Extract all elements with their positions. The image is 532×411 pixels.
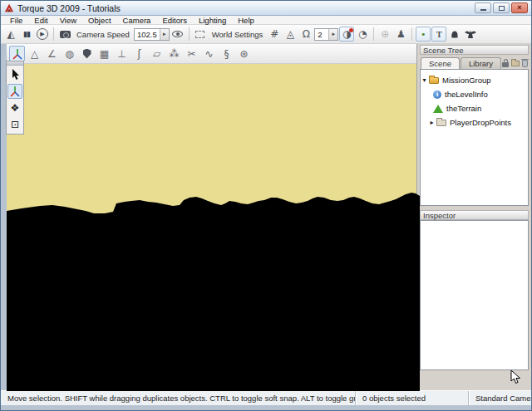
maximize-button[interactable] bbox=[493, 2, 510, 13]
mesh-tool[interactable]: ✂ bbox=[184, 46, 200, 61]
camera-button[interactable] bbox=[57, 27, 72, 42]
status-message: Move selection. SHIFT while dragging dup… bbox=[1, 391, 355, 405]
terrain-snap-button[interactable]: ◬ bbox=[283, 27, 298, 42]
particle-editor-tool[interactable]: ʃ bbox=[131, 46, 147, 61]
snap-size-spinner: 2 ▸ bbox=[314, 28, 338, 41]
select-tool-button[interactable] bbox=[7, 67, 22, 82]
object-editor-tool[interactable] bbox=[9, 46, 25, 61]
decal-editor-tool[interactable]: ▱ bbox=[149, 46, 165, 61]
menu-camera[interactable]: Camera bbox=[117, 16, 157, 25]
text-overlay-icon: T bbox=[436, 30, 442, 39]
gizmo-axes-icon bbox=[12, 48, 23, 60]
window-frame-bottom bbox=[1, 405, 531, 410]
close-button[interactable]: × bbox=[511, 2, 528, 13]
inspector-header: Inspector bbox=[420, 210, 529, 220]
menu-help[interactable]: Help bbox=[232, 16, 260, 25]
magnet-snap-button[interactable]: Ω bbox=[298, 27, 313, 42]
scene-environment-icon[interactable]: ◭ bbox=[3, 27, 18, 42]
tree-item-label[interactable]: MissionGroup bbox=[442, 76, 491, 85]
drop-camera-at-player-button[interactable] bbox=[447, 27, 462, 42]
forest-editor-tool[interactable]: ⊛ bbox=[236, 46, 252, 61]
terrain-editor-tool[interactable]: △ bbox=[27, 46, 42, 61]
palette-grip[interactable] bbox=[7, 61, 23, 66]
soft-snap-badge bbox=[349, 28, 353, 32]
menu-editors[interactable]: Editors bbox=[156, 16, 193, 25]
viewport-column: △ ∠ ◍ ▦ ⊥ ʃ ▱ ⁂ ✂ ∿ § ⊛ bbox=[7, 44, 416, 390]
lock-icon[interactable] bbox=[502, 62, 509, 67]
zoom-in-button[interactable]: ⊕ bbox=[377, 27, 392, 42]
soft-snap-toggle[interactable]: ◑ bbox=[339, 27, 354, 42]
material-editor-tool[interactable]: ◍ bbox=[62, 46, 77, 61]
scene-tree-actions bbox=[502, 59, 528, 69]
maximize-icon bbox=[499, 6, 505, 11]
gui-editor-tool[interactable]: ▦ bbox=[96, 46, 112, 61]
move-tool-button[interactable]: ❖ bbox=[7, 100, 22, 115]
camera-speed-spinner: 102.5 ▸ bbox=[134, 28, 170, 41]
tool-palette: ❖ ⊡ bbox=[6, 61, 24, 135]
play-button[interactable]: ▶ bbox=[35, 27, 50, 42]
menu-view[interactable]: View bbox=[54, 16, 82, 25]
menu-lighting[interactable]: Lighting bbox=[193, 16, 232, 25]
move-icon: ❖ bbox=[11, 102, 20, 114]
cursor-arrow-icon bbox=[10, 69, 20, 81]
tree-row-missiongroup[interactable]: ▾ MissionGroup bbox=[421, 73, 528, 87]
tab-library[interactable]: Library bbox=[461, 57, 501, 69]
levelinfo-icon: i bbox=[433, 91, 441, 99]
minimize-button[interactable] bbox=[475, 2, 491, 13]
text-overlay-toggle[interactable]: T bbox=[431, 27, 446, 42]
camera-speed-dropdown-icon[interactable]: ▸ bbox=[160, 29, 169, 40]
app-window: Torque 3D 2009 - Tutorials × File Edit V… bbox=[0, 0, 532, 411]
gizmo-tool-button[interactable] bbox=[7, 84, 22, 99]
grid-snap-button[interactable]: # bbox=[267, 27, 282, 42]
inspector-panel[interactable] bbox=[420, 220, 529, 370]
road-editor-tool[interactable]: § bbox=[219, 46, 234, 61]
menu-edit[interactable]: Edit bbox=[28, 16, 53, 25]
selection-bounds-icon bbox=[195, 31, 204, 38]
terrain-painter-tool[interactable]: ∠ bbox=[44, 46, 60, 61]
pause-icon: ▮▮ bbox=[23, 30, 30, 38]
visibility-button[interactable] bbox=[170, 27, 185, 42]
viewport-3d[interactable]: ❖ ⊡ bbox=[7, 64, 416, 390]
torque-logo-icon bbox=[4, 3, 14, 13]
shield-icon bbox=[83, 49, 91, 59]
bird-spread-icon bbox=[464, 28, 477, 40]
folder-icon[interactable] bbox=[511, 61, 520, 66]
menu-bar: File Edit View Object Camera Editors Lig… bbox=[1, 16, 531, 25]
toolbar-separator bbox=[373, 27, 374, 41]
menu-object[interactable]: Object bbox=[82, 16, 116, 25]
scene-tree-list: ▾ MissionGroup i theLevelInfo theTerrain bbox=[420, 69, 529, 206]
snap-size-value[interactable]: 2 bbox=[315, 29, 328, 40]
expander-closed-icon[interactable]: ▸ bbox=[428, 119, 436, 126]
menu-file[interactable]: File bbox=[4, 16, 28, 25]
pause-button[interactable]: ▮▮ bbox=[19, 27, 34, 42]
close-icon: × bbox=[517, 4, 521, 12]
shape-editor-tool[interactable] bbox=[79, 46, 95, 61]
eye-icon bbox=[172, 31, 183, 37]
title-bar[interactable]: Torque 3D 2009 - Tutorials × bbox=[1, 1, 531, 16]
drop-player-button[interactable]: ♟ bbox=[393, 27, 408, 42]
selection-bounds-button[interactable] bbox=[193, 27, 208, 42]
river-editor-tool[interactable]: ∿ bbox=[201, 46, 217, 61]
scale-tool-button[interactable]: ⊡ bbox=[7, 117, 22, 132]
tree-item-label[interactable]: PlayerDropPoints bbox=[450, 118, 511, 127]
tree-item-label[interactable]: theLevelInfo bbox=[445, 90, 488, 99]
datablock-editor-tool[interactable]: ⊥ bbox=[114, 46, 130, 61]
drop-player-at-camera-button[interactable] bbox=[463, 27, 478, 42]
tree-row-playerdroppoints[interactable]: ▸ PlayerDropPoints bbox=[421, 115, 528, 130]
tree-item-label[interactable]: theTerrain bbox=[446, 104, 481, 113]
world-settings-label: World Settings bbox=[209, 30, 267, 39]
frame-selection-toggle[interactable]: • bbox=[416, 27, 431, 42]
sketch-tool[interactable]: ⁂ bbox=[166, 46, 182, 61]
status-camera-mode: Standard Camera bbox=[468, 391, 531, 405]
scene-tree-tabs: Scene Library bbox=[420, 56, 529, 69]
trash-icon[interactable] bbox=[522, 60, 528, 67]
tab-scene[interactable]: Scene bbox=[421, 57, 460, 69]
compass-button[interactable]: ◔ bbox=[355, 27, 370, 42]
toolbar-separator bbox=[411, 27, 412, 41]
camera-speed-value[interactable]: 102.5 bbox=[135, 29, 160, 40]
tree-row-theterrain[interactable]: theTerrain bbox=[421, 101, 528, 115]
expander-open-icon[interactable]: ▾ bbox=[421, 76, 428, 84]
tree-row-thelevelinfo[interactable]: i theLevelInfo bbox=[421, 87, 528, 101]
scale-icon: ⊡ bbox=[11, 119, 19, 130]
snap-size-dropdown-icon[interactable]: ▸ bbox=[328, 29, 337, 40]
